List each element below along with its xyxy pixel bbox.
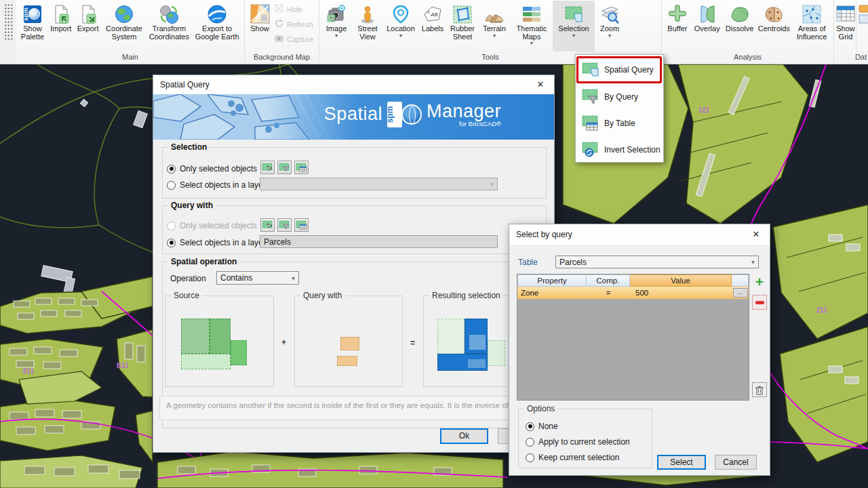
- select-by-query-titlebar[interactable]: Select by query ✕: [509, 224, 770, 245]
- overlay-icon: [697, 3, 717, 25]
- query-grid-row[interactable]: Zone = 500 ...: [517, 287, 749, 299]
- terrain-icon: [484, 3, 505, 25]
- spatial-query-titlebar[interactable]: Spatial Query ✕: [153, 75, 554, 94]
- data-group-clipped: [856, 1, 868, 52]
- cell-value[interactable]: 500: [630, 287, 732, 299]
- map-label-121: 121: [698, 106, 710, 114]
- query-pick-button[interactable]: [260, 218, 275, 232]
- spatial-manager-logo: Spatial spm Manager for BricsCAD®: [324, 101, 501, 127]
- value-ellipsis-button[interactable]: ...: [733, 288, 748, 298]
- areas-of-influence-icon: [802, 3, 822, 25]
- filter-objects-button[interactable]: [277, 161, 292, 174]
- cell-comparator[interactable]: =: [587, 287, 630, 299]
- select-by-query-title: Select by query: [516, 230, 572, 239]
- pick-objects-button[interactable]: [260, 161, 275, 174]
- query-grid-header: Property Comp. Value: [517, 274, 749, 287]
- import-icon: [51, 3, 71, 25]
- location-button[interactable]: Location ▾: [383, 1, 418, 52]
- query-filter-button[interactable]: [277, 218, 292, 232]
- query-table-button[interactable]: [294, 218, 309, 232]
- show-map-icon: [250, 3, 270, 25]
- radio-none[interactable]: None: [526, 422, 558, 431]
- chevron-down-icon: ▾: [608, 33, 611, 38]
- show-palette-button[interactable]: spm Show Palette: [18, 1, 47, 52]
- selection-button[interactable]: Selection ▾: [553, 1, 595, 52]
- refresh-icon: [275, 19, 283, 29]
- clipped-data-icon: [856, 3, 868, 25]
- chevron-down-icon: ▾: [490, 180, 494, 188]
- query-layer-combo[interactable]: Parcels: [260, 235, 498, 248]
- menu-item-invert-selection[interactable]: Invert Selection: [578, 138, 661, 162]
- cell-property[interactable]: Zone: [517, 287, 587, 299]
- group-label-data: Dat: [834, 52, 868, 64]
- close-icon[interactable]: ✕: [534, 75, 547, 94]
- radio-icon: [526, 453, 534, 462]
- group-label-analysis: Analysis: [662, 52, 833, 64]
- select-button[interactable]: Select: [657, 455, 706, 470]
- radio-query-only-selected: Only selected objects: [167, 221, 257, 230]
- radio-icon: [526, 438, 534, 447]
- selection-dropdown-menu: Spatial Query By Query By Table Invert S…: [575, 54, 664, 163]
- zoom-icon: [599, 3, 620, 25]
- add-condition-button[interactable]: +: [752, 274, 767, 289]
- table-label: Table: [518, 258, 538, 267]
- transform-coordinates-button[interactable]: Transform Coordinates: [146, 1, 191, 52]
- radio-keep-current[interactable]: Keep current selection: [526, 453, 619, 462]
- ribbon-group-data: Show Grid Dat: [834, 0, 868, 64]
- terrain-button[interactable]: Terrain ▾: [478, 1, 511, 52]
- rubber-sheet-button[interactable]: Rubber Sheet: [447, 1, 478, 52]
- spatial-query-icon: [581, 61, 599, 79]
- centroids-icon: [764, 3, 784, 25]
- radio-select-objects-in-layer[interactable]: Select objects in a layer: [167, 180, 266, 190]
- header-property: Property: [517, 274, 587, 287]
- clear-conditions-button[interactable]: [752, 382, 767, 397]
- thematic-maps-icon: [521, 3, 542, 25]
- show-grid-button[interactable]: Show Grid: [835, 1, 856, 52]
- transform-coordinates-icon: [159, 3, 179, 25]
- radio-icon: [167, 222, 176, 230]
- thematic-maps-button[interactable]: Thematic Maps ▾: [511, 1, 553, 52]
- google-earth-icon: [207, 3, 227, 25]
- dissolve-button[interactable]: Dissolve: [723, 1, 757, 52]
- radio-apply-to-current[interactable]: Apply to current selection: [526, 437, 630, 447]
- radio-only-selected-objects[interactable]: Only selected objects: [167, 164, 257, 174]
- menu-item-spatial-query[interactable]: Spatial Query: [578, 58, 661, 82]
- ribbon-grip[interactable]: [0, 0, 16, 64]
- hide-button: Hide: [275, 4, 315, 14]
- menu-item-by-table[interactable]: By Table: [578, 111, 661, 136]
- ribbon-group-main: spm Show Palette Import Export: [16, 0, 245, 64]
- menu-item-by-query[interactable]: By Query: [578, 85, 661, 109]
- image-button[interactable]: Image ▾: [321, 1, 352, 52]
- overlay-button[interactable]: Overlay: [692, 1, 723, 52]
- remove-condition-button[interactable]: [752, 295, 767, 310]
- buffer-button[interactable]: Buffer: [663, 1, 692, 52]
- capture-icon: [275, 34, 283, 44]
- map-label-b11: Б11: [117, 362, 129, 369]
- coordinate-system-button[interactable]: Coordinate System: [102, 1, 147, 52]
- svg-text:AB: AB: [430, 12, 438, 18]
- table-objects-button[interactable]: [294, 161, 309, 174]
- spm-palette-icon: spm: [24, 3, 41, 25]
- radio-query-in-layer[interactable]: Select objects in a layer: [167, 238, 266, 247]
- cancel-button[interactable]: Cancel: [715, 455, 757, 470]
- header-corner: [732, 274, 749, 287]
- invert-selection-icon: [581, 141, 599, 159]
- operation-combo[interactable]: Contains ▾: [216, 271, 299, 285]
- rubber-sheet-icon: [452, 3, 473, 25]
- street-view-button[interactable]: Street View: [352, 1, 383, 52]
- ok-button[interactable]: Ok: [440, 428, 488, 444]
- show-background-button[interactable]: Show: [246, 1, 273, 52]
- spatial-query-dialog: Spatial Query ✕ Spatial spm Manager: [153, 75, 555, 453]
- export-google-earth-button[interactable]: Export to Google Earth: [191, 1, 243, 52]
- close-icon[interactable]: ✕: [750, 224, 762, 243]
- group-label-main: Main: [16, 52, 244, 64]
- labels-button[interactable]: AB Labels: [418, 1, 447, 52]
- table-combo[interactable]: Parcels ▾: [555, 256, 759, 268]
- centroids-button[interactable]: Centroids: [756, 1, 791, 52]
- coordinate-system-icon: [114, 3, 134, 25]
- export-button[interactable]: Export: [75, 1, 102, 52]
- zoom-button[interactable]: Zoom ▾: [595, 1, 625, 52]
- funnel-icon: [279, 163, 290, 172]
- import-button[interactable]: Import: [47, 1, 75, 52]
- areas-of-influence-button[interactable]: Areas of Influence: [791, 1, 832, 52]
